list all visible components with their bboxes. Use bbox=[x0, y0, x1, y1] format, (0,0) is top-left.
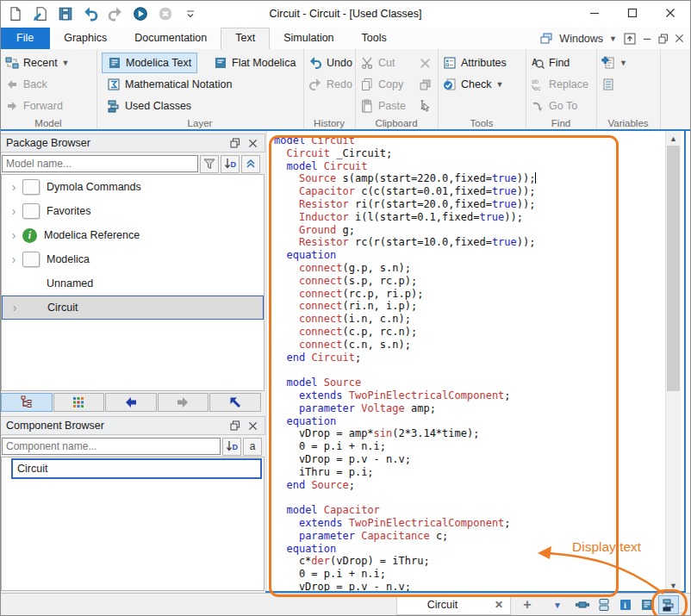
float-panel-icon[interactable] bbox=[228, 419, 242, 432]
scrollbar-thumb[interactable] bbox=[667, 146, 680, 391]
tree-view-button[interactable] bbox=[1, 393, 53, 412]
variable-list-icon bbox=[601, 78, 615, 91]
forward-button: Forward bbox=[0, 96, 68, 116]
sigma-icon bbox=[107, 78, 121, 91]
tree-item-label: Modelica bbox=[47, 253, 90, 265]
minimize-icon[interactable] bbox=[576, 0, 613, 26]
code-token: (rc.p, ri.p); bbox=[342, 288, 423, 300]
child-close-icon[interactable] bbox=[675, 34, 684, 43]
cut-button: Cut bbox=[355, 53, 436, 73]
expand-chevron-icon[interactable]: › bbox=[8, 301, 22, 314]
tab-graphics[interactable]: Graphics bbox=[50, 28, 121, 49]
close-tab-icon[interactable]: ✕ bbox=[488, 599, 510, 611]
filter-funnel-icon[interactable] bbox=[200, 155, 219, 173]
child-restore-icon[interactable] bbox=[658, 34, 669, 44]
no-icon bbox=[22, 276, 40, 291]
tab-list-dropdown-icon[interactable]: ▼ bbox=[548, 595, 567, 614]
code-token: parameter bbox=[299, 530, 355, 542]
paste-button: Paste bbox=[355, 96, 436, 116]
scroll-up-icon[interactable]: ▲ bbox=[666, 131, 681, 146]
replace-button: abac Replace bbox=[526, 74, 594, 95]
tab-text[interactable]: Text bbox=[221, 28, 270, 49]
new-tab-icon[interactable]: + bbox=[517, 595, 538, 614]
expand-chevron-icon[interactable]: › bbox=[7, 228, 21, 242]
attributes-button[interactable]: Attributes bbox=[438, 53, 512, 73]
goto-button: Go To bbox=[526, 96, 582, 116]
code-token bbox=[274, 236, 299, 248]
go-to-parent-button[interactable] bbox=[209, 393, 261, 412]
code-token: (g.p, s.n); bbox=[342, 262, 410, 274]
tab-file[interactable]: File bbox=[0, 28, 50, 49]
code-line: model Source bbox=[274, 376, 536, 389]
code-line: 0 = p.i + n.i; bbox=[274, 440, 536, 453]
used-classes-button[interactable]: Used Classes bbox=[102, 96, 196, 116]
modelica-text-layer-button[interactable] bbox=[637, 595, 657, 614]
code-line: vDrop = p.v - n.v; bbox=[274, 453, 536, 466]
code-token bbox=[274, 198, 299, 210]
add-variable-button[interactable]: ▼ bbox=[596, 53, 632, 73]
sort-icon[interactable]: D bbox=[221, 155, 240, 173]
forward-arrow-icon bbox=[5, 99, 19, 113]
documentation-layer-button[interactable]: i bbox=[615, 595, 636, 614]
check-button[interactable]: Check▼ bbox=[438, 74, 508, 95]
model-name-search-input[interactable] bbox=[2, 155, 198, 172]
window-controls bbox=[576, 0, 689, 26]
float-panel-icon[interactable] bbox=[228, 136, 242, 150]
child-minimize-icon[interactable] bbox=[643, 34, 652, 43]
find-button[interactable]: A Find bbox=[526, 53, 575, 73]
resize-grip[interactable]: . .. bbox=[680, 605, 688, 613]
alphabetical-sort-icon[interactable]: a bbox=[243, 438, 262, 456]
expand-chevron-icon[interactable]: › bbox=[7, 252, 21, 266]
code-token: model bbox=[286, 160, 317, 172]
modelica-text-editor[interactable]: model Circuit Circuit _Circuit; model Ci… bbox=[267, 131, 665, 593]
package-tree[interactable]: ›Dymola Commands›Favorites›iModelica Ref… bbox=[1, 174, 265, 391]
component-name-search-input[interactable] bbox=[2, 438, 221, 455]
expand-chevron-icon[interactable]: › bbox=[7, 204, 21, 218]
windows-menu-label[interactable]: Windows bbox=[559, 33, 603, 45]
code-token: Circuit bbox=[324, 160, 368, 172]
grid-view-button[interactable] bbox=[53, 393, 105, 412]
flat-modelica-button[interactable]: Flat Modelica bbox=[209, 53, 301, 73]
tree-item-unnamed[interactable]: Unnamed bbox=[2, 271, 264, 296]
tab-tools[interactable]: Tools bbox=[348, 28, 401, 49]
code-token bbox=[274, 185, 299, 197]
history-back-button[interactable] bbox=[105, 393, 157, 412]
expand-chevron-icon[interactable]: › bbox=[7, 180, 21, 194]
code-token: connect bbox=[299, 300, 343, 312]
maximize-icon[interactable] bbox=[613, 0, 651, 26]
code-line: model Capacitor bbox=[274, 504, 536, 517]
cascade-windows-icon[interactable] bbox=[539, 32, 553, 46]
sort-icon[interactable]: D bbox=[222, 438, 241, 456]
component-list[interactable]: Circuit bbox=[1, 457, 265, 591]
close-panel-icon[interactable] bbox=[246, 419, 259, 432]
code-token: connect bbox=[299, 288, 343, 300]
tab-documentation[interactable]: Documentation bbox=[121, 28, 221, 49]
close-icon[interactable] bbox=[651, 0, 689, 26]
windows-dropdown-icon[interactable]: ▼ bbox=[609, 34, 617, 43]
code-line: vDrop = amp*sin(2*3.14*time); bbox=[274, 427, 536, 440]
variable-list-button[interactable] bbox=[596, 74, 620, 95]
diagram-layer-button[interactable] bbox=[572, 595, 593, 614]
collapse-all-icon[interactable] bbox=[241, 155, 260, 173]
editor-scrollbar[interactable]: ▲ ▼ bbox=[665, 131, 681, 593]
mathematical-notation-button[interactable]: Mathematical Notation bbox=[102, 74, 237, 95]
tree-item-circuit[interactable]: ›Circuit bbox=[2, 296, 264, 320]
component-item-selected[interactable]: Circuit bbox=[11, 458, 262, 479]
document-tab-circuit[interactable]: Circuit ✕ bbox=[396, 594, 511, 615]
tree-item-dymola-commands[interactable]: ›Dymola Commands bbox=[2, 175, 264, 199]
recent-button[interactable]: Recent▼ bbox=[0, 53, 75, 73]
code-token: extends bbox=[299, 389, 343, 401]
close-panel-icon[interactable] bbox=[246, 136, 259, 150]
modelica-text-button[interactable]: Modelica Text bbox=[102, 53, 197, 73]
used-classes-layer-button[interactable] bbox=[658, 595, 679, 614]
tree-item-modelica-reference[interactable]: ›iModelica Reference bbox=[2, 223, 264, 247]
icon-layer-button[interactable] bbox=[594, 595, 614, 614]
tree-item-favorites[interactable]: ›Favorites bbox=[2, 199, 264, 223]
tab-simulation[interactable]: Simulation bbox=[270, 28, 347, 49]
copy-icon bbox=[360, 78, 374, 91]
undo-button[interactable]: Undo bbox=[303, 53, 358, 73]
float-child-icon[interactable] bbox=[623, 32, 637, 46]
code-token: TwoPinElectricalComponent bbox=[349, 517, 505, 529]
tree-item-modelica[interactable]: ›Modelica bbox=[2, 247, 264, 271]
code-line bbox=[274, 491, 536, 504]
